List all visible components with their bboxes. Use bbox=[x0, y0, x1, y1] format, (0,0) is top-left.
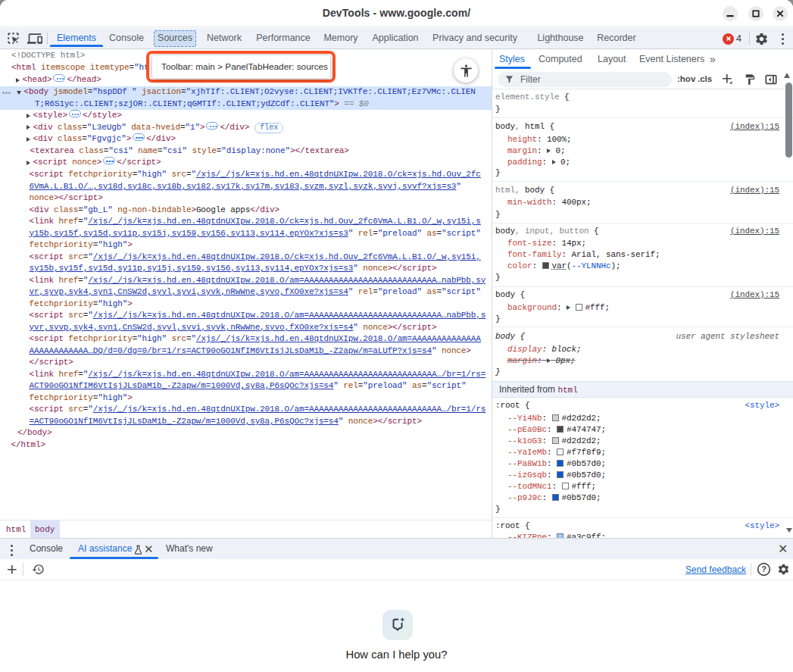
svg-text:?: ? bbox=[761, 564, 766, 574]
